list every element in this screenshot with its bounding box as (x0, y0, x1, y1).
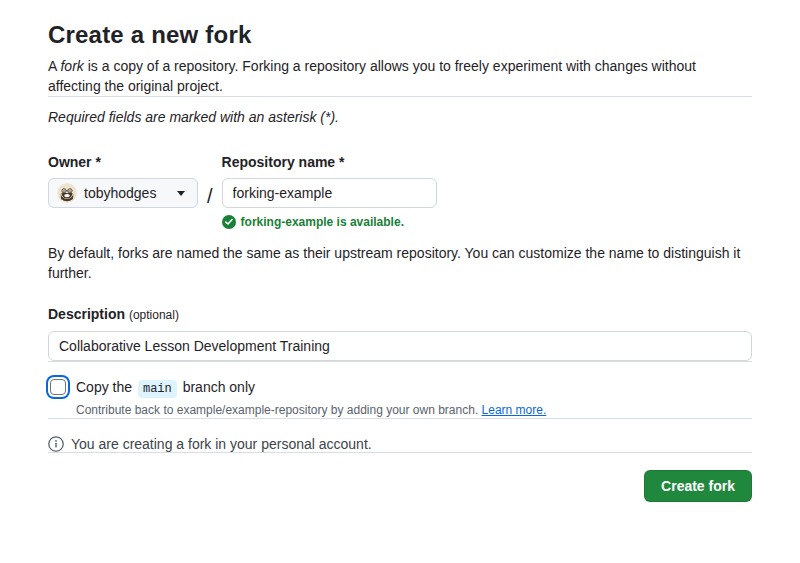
divider (48, 361, 752, 362)
availability-message: forking-example is available. (241, 215, 404, 229)
owner-selected-value: tobyhodges (84, 185, 156, 201)
description-optional-note: (optional) (129, 308, 179, 322)
branch-name-code: main (138, 380, 177, 398)
divider (48, 452, 752, 453)
branch-option-section: Copy the main branch only Contribute bac… (48, 377, 752, 418)
divider (48, 418, 752, 419)
required-fields-note: Required fields are marked with an aster… (48, 108, 752, 126)
repository-name-input[interactable] (222, 178, 437, 208)
owner-required-asterisk: * (95, 154, 100, 170)
info-icon (48, 436, 64, 452)
intro-prefix: A (48, 58, 60, 74)
create-fork-button[interactable]: Create fork (644, 470, 752, 502)
availability-status: forking-example is available. (222, 215, 437, 229)
personal-account-info: You are creating a fork in your personal… (48, 436, 752, 452)
info-message: You are creating a fork in your personal… (71, 436, 372, 452)
owner-label: Owner * (48, 153, 198, 171)
owner-avatar (57, 183, 77, 203)
description-field: Description (optional) (48, 305, 752, 361)
owner-field: Owner * tobyhodges (48, 153, 198, 208)
intro-text: A fork is a copy of a repository. Forkin… (48, 56, 752, 96)
repo-required-asterisk: * (339, 154, 344, 170)
page-title: Create a new fork (48, 20, 752, 50)
owner-repo-separator: / (207, 153, 213, 211)
divider (48, 96, 752, 97)
form-footer: Create fork (48, 470, 752, 502)
branch-help-text: Contribute back to example/example-repos… (76, 402, 546, 418)
intro-suffix: is a copy of a repository. Forking a rep… (48, 58, 696, 94)
intro-italic-fork: fork (60, 58, 83, 74)
copy-main-branch-checkbox[interactable] (50, 379, 66, 395)
fork-naming-note: By default, forks are named the same as … (48, 243, 752, 283)
check-circle-icon (222, 215, 236, 229)
create-fork-page: Create a new fork A fork is a copy of a … (0, 0, 800, 502)
owner-select-dropdown[interactable]: tobyhodges (48, 178, 198, 208)
description-input[interactable] (48, 331, 752, 361)
learn-more-link[interactable]: Learn more. (482, 403, 547, 417)
description-label: Description (optional) (48, 305, 752, 324)
repository-field: Repository name * forking-example is ava… (222, 153, 437, 229)
copy-branch-label[interactable]: Copy the main branch only (76, 377, 546, 399)
owner-repo-row: Owner * tobyhodges (48, 153, 752, 229)
chevron-down-icon (177, 191, 185, 196)
repository-name-label: Repository name * (222, 153, 437, 171)
branch-option-texts: Copy the main branch only Contribute bac… (76, 377, 546, 418)
